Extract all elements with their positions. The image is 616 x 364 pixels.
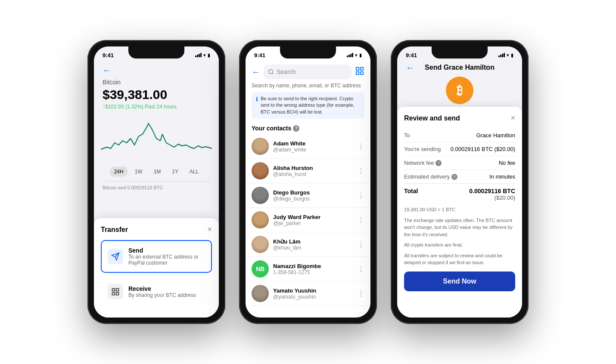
modal-close-button[interactable]: × [207, 225, 212, 234]
review-close-button[interactable]: × [510, 114, 515, 123]
back-arrow-1[interactable]: ← [103, 65, 210, 75]
review-header: Review and send × [404, 114, 515, 123]
review-label-sending: You're sending [404, 146, 441, 152]
wifi-icon-1: ▾ [203, 52, 206, 58]
screen-3-review: 9:41 ▾ ▮ ← Send Grace Hamilton [397, 46, 522, 318]
phone-3: 9:41 ▾ ▮ ← Send Grace Hamilton [391, 40, 529, 324]
send-title-header: Send Grace Hamilton [425, 64, 495, 71]
avatar-alisha [252, 162, 269, 179]
send-option[interactable]: Send To an external BTC address or PayPa… [101, 240, 212, 273]
contact-name-namazzi: Namazzi Bigombe [273, 263, 353, 269]
search-box[interactable]: Search [264, 65, 352, 79]
wifi-icon-3: ▾ [507, 52, 509, 58]
contact-handle-diego: @diego_burgos [273, 196, 353, 202]
filter-1y[interactable]: 1Y [168, 167, 183, 177]
time-filters: 24H 1W 1M 1Y ALL [103, 167, 210, 177]
review-row-sending: You're sending 0.00029116 BTC ($20.00) [404, 142, 515, 156]
contact-diego[interactable]: Diego Burgos @diego_burgos ⋮ [246, 183, 370, 208]
contact-info-khu: Khừu Lâm @khừu_lâm [273, 238, 353, 251]
dots-menu-khu[interactable]: ⋮ [358, 241, 364, 249]
review-value-delivery: In minutes [489, 173, 515, 180]
contact-adam[interactable]: Adam White @adam_white ⋮ [246, 134, 370, 159]
contact-info-diego: Diego Burgos @diego_burgos [273, 189, 353, 202]
contact-name-khu: Khừu Lâm [273, 238, 353, 245]
review-label-to: To [404, 132, 410, 139]
disclaimer-4: All transfers are subject to review and … [404, 252, 515, 266]
modal-header: Transfer × [101, 225, 212, 234]
info-icon: ℹ [256, 96, 258, 102]
status-icons-1: ▾ ▮ [195, 52, 210, 58]
filter-24h[interactable]: 24H [110, 167, 128, 177]
back-btn-2[interactable]: ← [252, 67, 260, 77]
price-change: ↑$102.93 (1.32%) Past 24 hours [103, 104, 210, 110]
back-btn-3[interactable]: ← [406, 63, 414, 73]
crypto-price: $39,381.00 [103, 87, 210, 102]
search-placeholder: Search [277, 68, 296, 75]
disclaimer-3: All crypto transfers are final. [404, 241, 515, 249]
send-subtitle: To an external BTC address or PayPal cus… [128, 254, 205, 266]
contact-alisha[interactable]: Alisha Hurston @alisha_hurst ⋮ [246, 159, 370, 183]
price-chart [101, 115, 212, 162]
dots-menu-diego[interactable]: ⋮ [358, 191, 364, 200]
svg-line-7 [272, 73, 274, 74]
total-usd: ($20.00) [469, 194, 515, 201]
contact-name-alisha: Alisha Hurston [273, 165, 353, 171]
contact-handle-namazzi: 1-358-581-1275 [273, 269, 353, 275]
send-icon [108, 249, 123, 264]
warning-text: Be sure to send to the right recipient. … [261, 96, 360, 115]
send-header: ← Send Grace Hamilton [397, 62, 522, 77]
screen-2-contacts: 9:41 ▾ ▮ ← [246, 46, 370, 318]
status-time-1: 9:41 [103, 52, 114, 59]
contact-info-yamato: Yamato Yuushin @yamato_yuushin [273, 287, 353, 300]
search-bar-row: ← Search [246, 62, 370, 83]
filter-1m[interactable]: 1M [149, 167, 165, 177]
contact-namazzi[interactable]: NB Namazzi Bigombe 1-358-581-1275 ⋮ [246, 257, 370, 281]
warning-box: ℹ Be sure to send to the right recipient… [252, 92, 364, 119]
dots-menu-alisha[interactable]: ⋮ [358, 167, 364, 175]
review-value-to: Grace Hamilton [476, 132, 515, 139]
dots-menu-yamato[interactable]: ⋮ [358, 290, 364, 298]
search-magnifier-icon [268, 69, 274, 75]
contact-handle-yamato: @yamato_yuushin [273, 294, 353, 300]
review-modal: Review and send × To Grace Hamilton You'… [397, 107, 522, 318]
total-row: Total 0.00029116 BTC ($20.00) [404, 184, 515, 203]
contact-khu[interactable]: Khừu Lâm @khừu_lâm ⋮ [246, 232, 370, 257]
phones-container: 9:41 ▾ ▮ ← Bitcoin $ [79, 31, 537, 333]
filter-all[interactable]: ALL [185, 167, 203, 177]
contact-yamato[interactable]: Yamato Yuushin @yamato_yuushin ⋮ [246, 281, 370, 306]
delivery-help-icon[interactable]: ? [451, 174, 457, 180]
receive-option[interactable]: Receive By sharing your BTC address [101, 277, 212, 306]
delivery-label-row: Estimated delivery ? [404, 173, 457, 180]
contact-handle-khu: @khừu_lâm [273, 245, 353, 251]
notch-1 [128, 46, 184, 59]
status-time-3: 9:41 [406, 52, 417, 59]
dots-menu-adam[interactable]: ⋮ [358, 142, 364, 151]
svg-point-6 [269, 70, 273, 74]
contact-name-yamato: Yamato Yuushin [273, 287, 353, 294]
battery-icon-1: ▮ [208, 52, 210, 58]
send-now-button[interactable]: Send Now [404, 271, 515, 291]
filter-1w[interactable]: 1W [131, 167, 147, 177]
svg-rect-8 [356, 67, 359, 70]
total-value: 0.00029116 BTC ($20.00) [469, 188, 515, 201]
dots-menu-judy[interactable]: ⋮ [358, 216, 364, 224]
contact-judy[interactable]: Judy Ward Parker @jw_parker ⋮ [246, 208, 370, 232]
disclaimer-2: The exchange rate updates often. The BTC… [404, 217, 515, 238]
signal-icon-1 [195, 53, 202, 57]
total-label: Total [404, 188, 418, 194]
screen1-content: ← Bitcoin $39,381.00 ↑$102.93 (1.32%) Pa… [94, 62, 219, 197]
signal-icon-3 [498, 53, 505, 57]
qr-scan-icon[interactable] [355, 66, 364, 78]
contacts-help-icon[interactable]: ? [293, 125, 299, 132]
wifi-icon-2: ▾ [355, 52, 358, 58]
review-value-fee: No fee [499, 160, 515, 166]
receive-subtitle: By sharing your BTC address [128, 292, 196, 298]
status-icons-2: ▾ ▮ [347, 52, 362, 58]
fee-help-icon[interactable]: ? [436, 160, 442, 166]
crypto-label: Bitcoin [103, 79, 210, 86]
dots-menu-namazzi[interactable]: ⋮ [358, 265, 364, 273]
btc-amount-row: Bitcoin and 0.00029116 BTC [103, 181, 210, 190]
review-value-sending: 0.00029116 BTC ($20.00) [451, 146, 515, 152]
avatar-khu [252, 236, 269, 253]
avatar-adam [252, 138, 269, 155]
